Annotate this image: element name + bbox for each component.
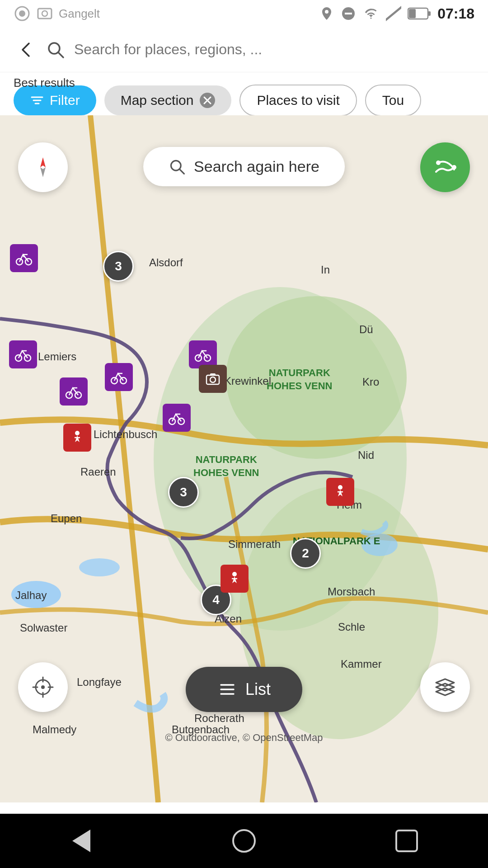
map-section-chip-label: Map section (121, 93, 194, 108)
layers-button[interactable] (420, 662, 470, 712)
nav-recents-button[interactable] (389, 823, 425, 859)
svg-point-26 (23, 255, 25, 257)
filter-row: Best results Filter Map section Places t… (0, 72, 488, 115)
svg-point-41 (232, 572, 237, 576)
map-label-lichtenbusch: Lichtenbusch (94, 428, 157, 441)
tou-chip[interactable]: Tou (365, 85, 421, 116)
svg-line-11 (58, 52, 63, 57)
photo-icon (36, 5, 53, 22)
minus-circle-icon (341, 6, 356, 21)
search-again-button[interactable]: Search again here (143, 147, 345, 186)
bike-icon-4 (194, 345, 212, 363)
list-button-label: List (245, 680, 271, 699)
map-label-rocherath: Rocherath (194, 712, 244, 725)
layers-icon (432, 674, 459, 701)
svg-point-1 (19, 10, 25, 17)
search-input[interactable] (74, 41, 474, 58)
map-label-du: Dü (359, 323, 373, 336)
svg-point-62 (233, 830, 255, 852)
compass-button[interactable] (18, 142, 68, 192)
hike-icon-3 (225, 570, 244, 588)
brown-marker-1[interactable] (199, 365, 227, 393)
status-time: 07:18 (437, 5, 474, 22)
svg-point-39 (338, 485, 343, 490)
camera-icon (204, 370, 222, 388)
status-bar: Gangelt 07:18 (0, 0, 488, 27)
svg-point-44 (210, 377, 216, 382)
crosshair-button[interactable] (18, 662, 68, 712)
map-label-raeren: Raeren (80, 466, 116, 478)
map-label-kro: Kro (362, 376, 379, 388)
location-pin-icon (319, 6, 334, 21)
list-button[interactable]: List (186, 667, 302, 712)
map-section-chip[interactable]: Map section (104, 85, 232, 115)
hike-icon-1 (68, 429, 86, 447)
svg-rect-45 (210, 373, 216, 376)
nav-home-button[interactable] (226, 823, 262, 859)
filter-chip-label: Filter (50, 93, 80, 108)
map-area[interactable]: Alsdorf Lemiers Krewinkel Lichtenbusch R… (0, 115, 488, 802)
map-label-jalhay: Jalhay (15, 589, 47, 602)
marker-2[interactable]: 2 (290, 538, 321, 569)
search-again-label: Search again here (194, 158, 319, 175)
bike-icon-6 (168, 409, 186, 427)
svg-line-47 (179, 169, 184, 174)
map-label-longfaye: Longfaye (77, 676, 122, 689)
map-label-krewinkel: Krewinkel (224, 375, 271, 387)
close-chip-icon[interactable] (200, 93, 215, 108)
purple-marker-1[interactable] (10, 244, 38, 272)
nav-back-button[interactable] (63, 823, 99, 859)
svg-point-37 (75, 431, 80, 435)
search-icon (46, 40, 65, 59)
location-text: Gangelt (59, 7, 100, 21)
signal-icon (386, 6, 401, 21)
nav-recents-icon (391, 825, 422, 857)
route-filter-button[interactable] (420, 142, 470, 192)
bike-icon-3 (110, 368, 128, 386)
marker-3-mid[interactable]: 3 (168, 477, 199, 508)
map-label-simmerath: Simmerath (228, 538, 281, 551)
hike-icon-2 (331, 483, 349, 501)
svg-point-50 (436, 160, 441, 165)
svg-rect-5 (345, 13, 352, 14)
svg-rect-9 (409, 9, 416, 18)
map-label-alsdorf: Alsdorf (149, 256, 183, 269)
map-label-in: In (321, 264, 330, 276)
purple-marker-4[interactable] (189, 340, 217, 368)
route-filter-icon (432, 154, 459, 181)
red-marker-2[interactable] (326, 478, 354, 506)
status-bar-left: Gangelt (14, 5, 100, 22)
map-label-kammer: Kammer (341, 658, 382, 670)
purple-marker-5[interactable] (60, 377, 88, 406)
map-label-malmedy: Malmedy (33, 723, 76, 736)
purple-marker-2[interactable] (9, 340, 37, 368)
copyright-text: © Outdooractive, © OpenStreetMap (165, 732, 323, 744)
svg-point-57 (41, 685, 45, 689)
svg-marker-61 (72, 830, 90, 852)
purple-marker-6[interactable] (163, 404, 191, 432)
crosshair-icon (29, 674, 56, 701)
filter-icon (30, 93, 44, 108)
bike-icon-1 (15, 249, 33, 267)
places-chip-label: Places to visit (257, 93, 339, 108)
nav-bar (0, 814, 488, 868)
back-arrow-icon (15, 40, 35, 60)
svg-point-3 (42, 11, 47, 16)
wifi-icon (362, 7, 380, 20)
svg-point-22 (79, 558, 120, 576)
red-marker-3[interactable] (221, 565, 249, 593)
nav-back-icon (66, 825, 97, 857)
map-label-eupen: Eupen (51, 512, 82, 525)
bike-icon-2 (14, 345, 32, 363)
nav-home-icon (228, 825, 260, 857)
search-again-icon (169, 158, 186, 175)
back-button[interactable] (14, 38, 37, 61)
red-marker-1[interactable] (63, 424, 91, 452)
marker-3-top[interactable]: 3 (103, 251, 134, 282)
svg-rect-63 (396, 830, 417, 851)
sim-icon (14, 5, 31, 22)
best-results-label: Best results (14, 76, 75, 90)
places-chip[interactable]: Places to visit (239, 85, 357, 116)
purple-marker-3[interactable] (105, 363, 133, 391)
map-label-naturpark1: NATURPARKHOHES VENN (267, 367, 332, 392)
